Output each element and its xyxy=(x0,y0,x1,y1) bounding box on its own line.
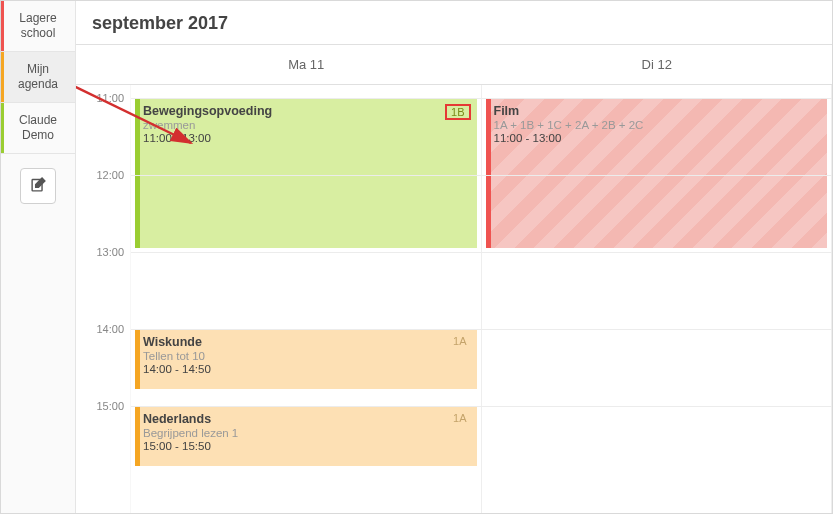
calendar-grid: 11:0012:0013:0014:0015:00 Bewegingsopvoe… xyxy=(76,85,832,513)
app-root: Lagere school Mijn agenda Claude Demo se… xyxy=(0,0,833,514)
hour-line xyxy=(131,252,832,253)
grid-wrap: 11:0012:0013:0014:0015:00 Bewegingsopvoe… xyxy=(76,85,832,513)
event-badge: 1A xyxy=(449,412,470,424)
event-title: Bewegingsopvoeding xyxy=(143,104,469,118)
compose-icon xyxy=(30,176,47,196)
day-column-tue[interactable]: Film1A + 1B + 1C + 2A + 2B + 2C11:00 - 1… xyxy=(482,85,833,513)
day-headers: Ma 11 Di 12 xyxy=(76,44,832,85)
event-accent xyxy=(135,98,140,248)
event-subtitle: zwemmen xyxy=(143,119,469,131)
event-badge: 1B xyxy=(445,104,470,120)
sidebar-tab-label: Lagere school xyxy=(19,11,56,40)
hour-line xyxy=(131,406,832,407)
event-title: Wiskunde xyxy=(143,335,469,349)
time-label: 15:00 xyxy=(96,400,124,412)
time-label: 14:00 xyxy=(96,323,124,335)
time-gutter: 11:0012:0013:0014:0015:00 xyxy=(76,85,131,513)
page-title: september 2017 xyxy=(92,13,816,34)
time-gutter-head xyxy=(76,45,131,84)
hour-line xyxy=(131,329,832,330)
hour-line xyxy=(131,175,832,176)
event-title: Film xyxy=(494,104,820,118)
event-subtitle: Begrijpend lezen 1 xyxy=(143,427,469,439)
calendar-event[interactable]: Film1A + 1B + 1C + 2A + 2B + 2C11:00 - 1… xyxy=(486,98,828,248)
day-header-tue: Di 12 xyxy=(482,45,833,84)
day-columns: Bewegingsopvoedingzwemmen11:00 - 13:001B… xyxy=(131,85,832,513)
event-subtitle: 1A + 1B + 1C + 2A + 2B + 2C xyxy=(494,119,820,131)
event-time: 15:00 - 15:50 xyxy=(143,440,469,452)
event-time: 14:00 - 14:50 xyxy=(143,363,469,375)
event-title: Nederlands xyxy=(143,412,469,426)
calendar-event[interactable]: Bewegingsopvoedingzwemmen11:00 - 13:001B xyxy=(135,98,477,248)
tab-marker xyxy=(1,52,4,102)
day-column-mon[interactable]: Bewegingsopvoedingzwemmen11:00 - 13:001B… xyxy=(131,85,482,513)
time-label: 12:00 xyxy=(96,169,124,181)
event-time: 11:00 - 13:00 xyxy=(494,132,820,144)
event-accent xyxy=(135,406,140,466)
sidebar-tab-claude-demo[interactable]: Claude Demo xyxy=(1,103,75,154)
event-badge: 1A xyxy=(449,335,470,347)
tab-marker xyxy=(1,1,4,51)
event-subtitle: Tellen tot 10 xyxy=(143,350,469,362)
calendar-event[interactable]: WiskundeTellen tot 1014:00 - 14:501A xyxy=(135,329,477,389)
hour-line xyxy=(131,98,832,99)
event-accent xyxy=(486,98,491,248)
time-label: 11:00 xyxy=(96,92,124,104)
title-row: september 2017 xyxy=(76,1,832,44)
event-time: 11:00 - 13:00 xyxy=(143,132,469,144)
sidebar-tab-label: Mijn agenda xyxy=(18,62,58,91)
sidebar-tab-lagere-school[interactable]: Lagere school xyxy=(1,1,75,52)
sidebar-tab-label: Claude Demo xyxy=(19,113,57,142)
event-accent xyxy=(135,329,140,389)
tab-marker xyxy=(1,103,4,153)
sidebar: Lagere school Mijn agenda Claude Demo xyxy=(1,1,76,513)
time-label: 13:00 xyxy=(96,246,124,258)
day-header-mon: Ma 11 xyxy=(131,45,482,84)
main: september 2017 Ma 11 Di 12 11:0012:0013:… xyxy=(76,1,832,513)
sidebar-tab-mijn-agenda[interactable]: Mijn agenda xyxy=(1,52,75,103)
calendar-event[interactable]: NederlandsBegrijpend lezen 115:00 - 15:5… xyxy=(135,406,477,466)
compose-button[interactable] xyxy=(20,168,56,204)
